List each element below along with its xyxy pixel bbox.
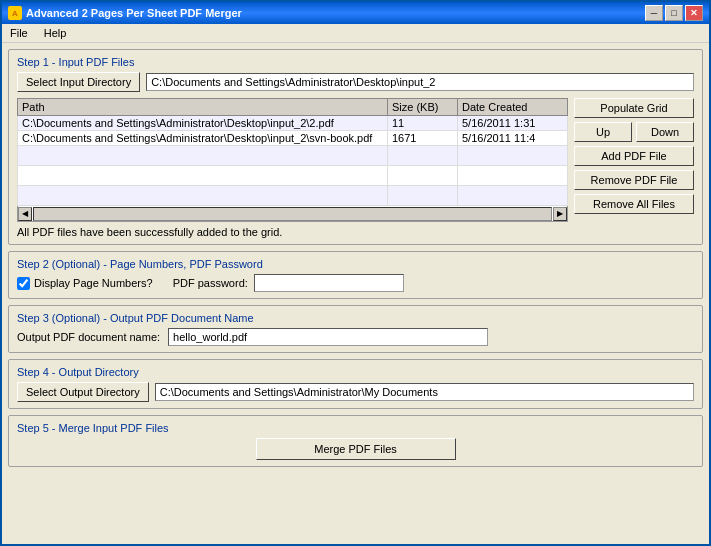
step4-section: Step 4 - Output Directory Select Output … [8,359,703,409]
add-pdf-button[interactable]: Add PDF File [574,146,694,166]
table-row-empty [18,146,568,166]
remove-all-button[interactable]: Remove All Files [574,194,694,214]
step5-row: Merge PDF Files [17,438,694,460]
display-page-numbers-label[interactable]: Display Page Numbers? [17,277,153,290]
step3-title: Step 3 (Optional) - Output PDF Document … [17,312,694,324]
password-area: PDF password: [173,274,404,292]
select-input-directory-button[interactable]: Select Input Directory [17,72,140,92]
close-button[interactable]: ✕ [685,5,703,21]
step2-title: Step 2 (Optional) - Page Numbers, PDF Pa… [17,258,694,270]
step5-section: Step 5 - Merge Input PDF Files Merge PDF… [8,415,703,467]
app-icon: A [8,6,22,20]
title-buttons: ─ □ ✕ [645,5,703,21]
horizontal-scrollbar[interactable]: ◀ ▶ [17,206,568,222]
down-button[interactable]: Down [636,122,694,142]
up-button[interactable]: Up [574,122,632,142]
col-size: Size (KB) [388,99,458,116]
col-path: Path [18,99,388,116]
row1-date: 5/16/2011 1:31 [458,116,568,131]
window-title: Advanced 2 Pages Per Sheet PDF Merger [26,7,242,19]
row1-size: 11 [388,116,458,131]
scroll-track[interactable] [33,207,552,221]
step1-section: Step 1 - Input PDF Files Select Input Di… [8,49,703,245]
remove-pdf-button[interactable]: Remove PDF File [574,170,694,190]
display-page-numbers-checkbox[interactable] [17,277,30,290]
step1-top: Select Input Directory C:\Documents and … [17,72,694,92]
step1-title: Step 1 - Input PDF Files [17,56,694,68]
step2-row: Display Page Numbers? PDF password: [17,274,694,292]
menubar: File Help [2,24,709,43]
menu-help[interactable]: Help [40,26,71,40]
row2-size: 1671 [388,131,458,146]
status-text: All PDF files have been successfully add… [17,226,568,238]
main-window: A Advanced 2 Pages Per Sheet PDF Merger … [0,0,711,546]
row1-path: C:\Documents and Settings\Administrator\… [18,116,388,131]
table-row-empty [18,166,568,186]
up-down-group: Up Down [574,122,694,142]
step4-top: Select Output Directory C:\Documents and… [17,382,694,402]
col-date: Date Created [458,99,568,116]
display-page-numbers-text: Display Page Numbers? [34,277,153,289]
populate-grid-button[interactable]: Populate Grid [574,98,694,118]
pdf-table: Path Size (KB) Date Created C:\Documents… [17,98,568,206]
row2-date: 5/16/2011 11:4 [458,131,568,146]
pdf-password-label: PDF password: [173,277,248,289]
step4-title: Step 4 - Output Directory [17,366,694,378]
output-name-label: Output PDF document name: [17,331,160,343]
grid-area: Path Size (KB) Date Created C:\Documents… [17,98,568,238]
input-path-display: C:\Documents and Settings\Administrator\… [146,73,694,91]
menu-file[interactable]: File [6,26,32,40]
step3-section: Step 3 (Optional) - Output PDF Document … [8,305,703,353]
row2-path: C:\Documents and Settings\Administrator\… [18,131,388,146]
content-area: Step 1 - Input PDF Files Select Input Di… [2,43,709,544]
title-bar-left: A Advanced 2 Pages Per Sheet PDF Merger [8,6,242,20]
table-row-empty [18,186,568,206]
select-output-directory-button[interactable]: Select Output Directory [17,382,149,402]
step5-title: Step 5 - Merge Input PDF Files [17,422,694,434]
scroll-right-button[interactable]: ▶ [553,207,567,221]
table-row[interactable]: C:\Documents and Settings\Administrator\… [18,116,568,131]
title-bar: A Advanced 2 Pages Per Sheet PDF Merger … [2,2,709,24]
output-name-input[interactable] [168,328,488,346]
maximize-button[interactable]: □ [665,5,683,21]
minimize-button[interactable]: ─ [645,5,663,21]
scroll-left-button[interactable]: ◀ [18,207,32,221]
step1-main: Path Size (KB) Date Created C:\Documents… [17,98,694,238]
merge-pdf-button[interactable]: Merge PDF Files [256,438,456,460]
side-buttons: Populate Grid Up Down Add PDF File Remov… [574,98,694,238]
step2-section: Step 2 (Optional) - Page Numbers, PDF Pa… [8,251,703,299]
step3-row: Output PDF document name: [17,328,694,346]
pdf-password-input[interactable] [254,274,404,292]
output-path-display: C:\Documents and Settings\Administrator\… [155,383,694,401]
table-row[interactable]: C:\Documents and Settings\Administrator\… [18,131,568,146]
